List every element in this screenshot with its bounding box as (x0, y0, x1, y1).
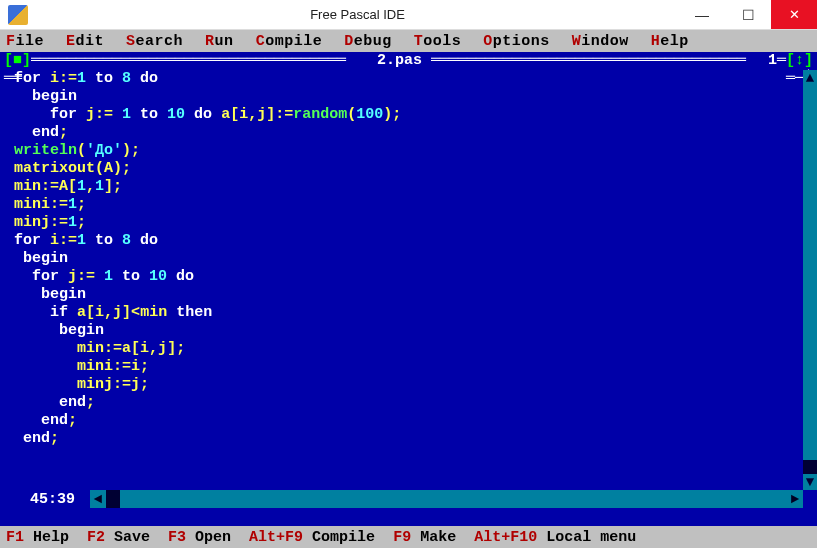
close-button[interactable]: ✕ (771, 0, 817, 29)
code-line[interactable]: mini:=i; (14, 358, 803, 376)
scroll-h-track[interactable] (106, 490, 787, 508)
editor-frame-top: [■] ═══════════════════════════════════ … (4, 52, 813, 70)
scroll-down-icon[interactable]: ▼ (803, 474, 817, 490)
code-line[interactable]: for j:= 1 to 10 do (14, 268, 803, 286)
code-line[interactable]: minj:=j; (14, 376, 803, 394)
app-icon (8, 5, 28, 25)
minimize-button[interactable]: — (679, 0, 725, 29)
editor-window-number: 1 (768, 52, 777, 70)
scroll-up-icon[interactable]: ▲ (803, 70, 817, 86)
scroll-right-icon[interactable]: ► (787, 491, 803, 507)
editor-zoom-icon[interactable]: [↕] (786, 52, 813, 70)
menu-file[interactable]: File (6, 33, 44, 50)
menu-tools[interactable]: Tools (414, 33, 462, 50)
code-line[interactable]: begin (14, 250, 803, 268)
scroll-v-thumb[interactable] (803, 460, 817, 474)
menu-search[interactable]: Search (126, 33, 183, 50)
code-editor[interactable]: for i:=1 to 8 do begin for j:= 1 to 10 d… (14, 70, 803, 490)
code-line[interactable]: end; (14, 394, 803, 412)
window-buttons: — ☐ ✕ (679, 0, 817, 29)
code-line[interactable]: end; (14, 412, 803, 430)
menu-run[interactable]: Run (205, 33, 234, 50)
status-f1[interactable]: F1 Help (6, 529, 69, 546)
vertical-scrollbar[interactable]: ▲ ▼ (803, 70, 817, 490)
status-f3[interactable]: F3 Open (168, 529, 231, 546)
cursor-position: 45:39 (30, 491, 75, 508)
code-line[interactable]: matrixout(A); (14, 160, 803, 178)
maximize-button[interactable]: ☐ (725, 0, 771, 29)
editor-close-icon[interactable]: [■] (4, 52, 31, 70)
code-line[interactable]: min:=A[1,1]; (14, 178, 803, 196)
menu-edit[interactable]: Edit (66, 33, 104, 50)
menu-compile[interactable]: Compile (256, 33, 323, 50)
editor-area: [■] ═══════════════════════════════════ … (0, 52, 817, 526)
status-f2[interactable]: F2 Save (87, 529, 150, 546)
menu-options[interactable]: Options (483, 33, 550, 50)
scroll-v-track[interactable] (803, 86, 817, 474)
status-bar: F1 HelpF2 SaveF3 OpenAlt+F9 CompileF9 Ma… (0, 526, 817, 548)
editor-filename: 2.pas (368, 52, 431, 70)
horizontal-scrollbar[interactable]: ◄ ► (90, 490, 803, 508)
code-line[interactable]: minj:=1; (14, 214, 803, 232)
menu-bar: FileEditSearchRunCompileDebugToolsOption… (0, 30, 817, 52)
code-line[interactable]: min:=a[i,j]; (14, 340, 803, 358)
code-line[interactable]: for i:=1 to 8 do (14, 232, 803, 250)
code-line[interactable]: if a[i,j]<min then (14, 304, 803, 322)
code-line[interactable]: for j:= 1 to 10 do a[i,j]:=random(100); (14, 106, 803, 124)
code-line[interactable]: end; (14, 430, 803, 448)
code-line[interactable]: begin (14, 286, 803, 304)
code-line[interactable]: for i:=1 to 8 do (14, 70, 803, 88)
scroll-h-thumb[interactable] (106, 490, 120, 508)
scroll-left-icon[interactable]: ◄ (90, 491, 106, 507)
status-alt-f9[interactable]: Alt+F9 Compile (249, 529, 375, 546)
code-line[interactable]: begin (14, 322, 803, 340)
code-line[interactable]: begin (14, 88, 803, 106)
window-titlebar: Free Pascal IDE — ☐ ✕ (0, 0, 817, 30)
frame-rule-right: ═══════════════════════════════════ (431, 52, 768, 70)
menu-debug[interactable]: Debug (344, 33, 392, 50)
code-line[interactable]: mini:=1; (14, 196, 803, 214)
frame-rule-left: ═══════════════════════════════════ (31, 52, 368, 70)
window-title: Free Pascal IDE (36, 7, 679, 22)
code-line[interactable]: end; (14, 124, 803, 142)
status-alt-f10[interactable]: Alt+F10 Local menu (474, 529, 636, 546)
menu-window[interactable]: Window (572, 33, 629, 50)
status-f9[interactable]: F9 Make (393, 529, 456, 546)
code-line[interactable]: writeln('До'); (14, 142, 803, 160)
menu-help[interactable]: Help (651, 33, 689, 50)
